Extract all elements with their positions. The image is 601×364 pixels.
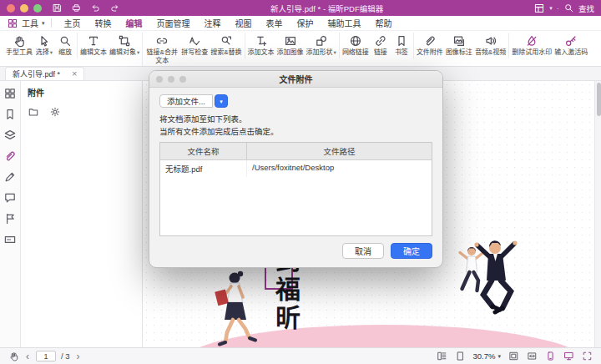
zoom-control[interactable]: 30.7%▾ bbox=[473, 351, 501, 361]
ribbon-button-add-image[interactable]: 添加图像 bbox=[276, 33, 305, 58]
prev-page-button[interactable]: ‹ bbox=[24, 351, 31, 361]
rail-layers-button[interactable] bbox=[3, 128, 18, 143]
ribbon-button-labelrow: 搜索&替换 bbox=[210, 48, 241, 57]
print-icon[interactable] bbox=[71, 3, 82, 13]
ribbon-button-add-shape[interactable]: 添加形状▾ bbox=[306, 33, 337, 58]
ribbon-button-web-link[interactable]: 网络链接 bbox=[341, 33, 370, 58]
next-page-button[interactable]: › bbox=[75, 351, 82, 361]
file-attachment-dialog: 文件附件 添加文件... ▾ 将文档添加至如下列表。 当所有文件添加完成后点击确… bbox=[149, 70, 443, 268]
rail-signature-button[interactable] bbox=[3, 169, 18, 185]
window-close-button[interactable] bbox=[7, 4, 15, 13]
menu-tab-8[interactable]: 保护 bbox=[290, 16, 321, 30]
ribbon-button-remove-watermark[interactable]: 删除试用水印 bbox=[511, 33, 553, 58]
hand-tool-icon[interactable] bbox=[8, 351, 19, 361]
fit-page-icon[interactable] bbox=[508, 351, 519, 361]
dialog-titlebar[interactable]: 文件附件 bbox=[149, 71, 442, 88]
ribbon-button-zoom[interactable]: 缩放 bbox=[55, 33, 75, 58]
rail-page-thumbnails-button[interactable] bbox=[3, 86, 18, 101]
rail-bookmarks-button[interactable] bbox=[3, 107, 18, 122]
open-attachment-icon[interactable] bbox=[28, 106, 39, 118]
ribbon-button-search-replace[interactable]: 搜索&替换 bbox=[210, 33, 242, 58]
zoom-level: 30.7% bbox=[473, 351, 496, 361]
add-file-button[interactable]: 添加文件... bbox=[159, 94, 213, 108]
find-label[interactable]: 查找 bbox=[578, 3, 594, 14]
dialog-zoom-button[interactable] bbox=[179, 76, 186, 83]
window-minimize-button[interactable] bbox=[20, 4, 28, 13]
zoom-caret-icon: ▾ bbox=[497, 353, 501, 360]
undo-icon[interactable] bbox=[90, 3, 101, 13]
menu-tab-4[interactable]: 页面管理 bbox=[150, 16, 197, 30]
titlebar: 新人引导.pdf * - 福昕PDF编辑器 ▾ · 查找 bbox=[0, 0, 601, 16]
menu-tab-7[interactable]: 表单 bbox=[260, 16, 290, 30]
statusbar: ‹ 1 / 3 › 30.7%▾ bbox=[0, 347, 601, 364]
ribbon-button-label: 链接&合并文本 bbox=[145, 48, 179, 64]
page-number-input[interactable]: 1 bbox=[36, 351, 56, 361]
window-zoom-button[interactable] bbox=[33, 4, 42, 13]
search-icon[interactable] bbox=[563, 3, 574, 13]
redo-icon[interactable] bbox=[109, 3, 120, 13]
fullscreen-icon[interactable] bbox=[582, 351, 593, 361]
ribbon-button-add-text[interactable]: 添加文本 bbox=[247, 33, 275, 58]
ribbon-button-link[interactable]: 链接 bbox=[371, 33, 391, 58]
column-header-file-name[interactable]: 文件名称 bbox=[160, 143, 247, 159]
ok-button[interactable]: 确定 bbox=[391, 243, 432, 259]
navigation-rail bbox=[0, 81, 21, 347]
menu-tab-10[interactable]: 帮助 bbox=[369, 16, 399, 30]
add-file-dropdown-button[interactable]: ▾ bbox=[215, 94, 228, 108]
ribbon-button-link-merge-text[interactable]: 链接&合并文本 bbox=[144, 33, 179, 66]
ribbon-button-image-annotation[interactable]: 图像标注 bbox=[445, 33, 473, 58]
layout-icon[interactable] bbox=[533, 3, 545, 14]
ribbon-group: 文件附件图像标注音频&视频 bbox=[413, 33, 508, 58]
ribbon-button-label: 拼写检查 bbox=[181, 48, 208, 57]
ribbon-button-edit-text[interactable]: 编辑文本 bbox=[79, 33, 108, 58]
single-page-icon[interactable] bbox=[455, 351, 466, 361]
ribbon-button-label: 音频&视频 bbox=[475, 48, 506, 57]
fit-width-icon[interactable] bbox=[527, 351, 538, 361]
layout-dropdown-caret-icon[interactable]: ▾ bbox=[549, 5, 553, 12]
rail-form-fields-button[interactable] bbox=[3, 232, 18, 247]
save-icon[interactable] bbox=[52, 3, 63, 13]
dialog-close-button[interactable] bbox=[156, 76, 163, 83]
tools-menu-button[interactable]: 工具 ▾ bbox=[7, 17, 45, 29]
ribbon-button-audio-video[interactable]: 音频&视频 bbox=[474, 33, 507, 58]
link-icon bbox=[374, 34, 387, 48]
menubar: 工具 ▾ 主页转换编辑页面管理注释视图表单保护辅助工具帮助 bbox=[0, 16, 601, 31]
attachment-row[interactable]: 无标题.pdf/Users/foxitnet/Desktop bbox=[160, 160, 432, 177]
ribbon-button-spell-check[interactable]: 拼写检查 bbox=[180, 33, 209, 58]
mobile-view-icon[interactable] bbox=[545, 351, 556, 361]
column-header-file-path[interactable]: 文件路径 bbox=[247, 143, 432, 159]
rail-comments-button[interactable] bbox=[3, 190, 18, 205]
close-tab-icon[interactable]: × bbox=[72, 69, 77, 78]
ribbon-button-hand-tool[interactable]: 手型工具 bbox=[5, 33, 33, 58]
ribbon-button-activation-key[interactable]: 输入激活码 bbox=[553, 33, 588, 58]
ribbon-button-labelrow: 输入激活码 bbox=[554, 48, 588, 57]
cancel-button[interactable]: 取消 bbox=[342, 243, 384, 259]
attachments-panel-toolbar bbox=[28, 106, 135, 118]
ribbon-button-bookmark[interactable]: 书签 bbox=[391, 33, 412, 58]
menu-tab-5[interactable]: 注释 bbox=[198, 16, 228, 30]
presentation-icon[interactable] bbox=[563, 351, 574, 361]
menu-tab-6[interactable]: 视图 bbox=[229, 16, 259, 30]
menu-tab-9[interactable]: 辅助工具 bbox=[321, 16, 368, 30]
menu-tab-2[interactable]: 转换 bbox=[88, 16, 119, 30]
dropdown-caret-icon: ▾ bbox=[220, 99, 223, 104]
menu-tab-1[interactable]: 主页 bbox=[58, 16, 88, 30]
rail-attachments-button[interactable] bbox=[3, 149, 18, 164]
add-shape-icon bbox=[315, 34, 328, 48]
rail-destinations-button[interactable] bbox=[3, 211, 18, 226]
attachment-settings-icon[interactable] bbox=[49, 106, 61, 118]
ribbon-button-labelrow: 选择▾ bbox=[36, 48, 53, 57]
menu-tab-3[interactable]: 编辑 bbox=[119, 16, 149, 30]
scrollbar-thumb[interactable] bbox=[597, 83, 601, 116]
ribbon-group: 删除试用水印输入激活码 bbox=[508, 33, 590, 58]
ribbon-button-select-cursor[interactable]: 选择▾ bbox=[34, 33, 54, 58]
ribbon-toolbar: 手型工具选择▾缩放编辑文本编辑对象▾链接&合并文本拼写检查搜索&替换添加文本添加… bbox=[0, 31, 601, 67]
ribbon-button-file-attachment[interactable]: 文件附件 bbox=[416, 33, 444, 58]
ribbon-button-label: 图像标注 bbox=[446, 48, 472, 57]
dialog-instruction-2: 当所有文件添加完成后点击确定。 bbox=[159, 126, 432, 139]
vertical-scrollbar[interactable] bbox=[594, 81, 601, 347]
document-tab[interactable]: 新人引导.pdf * × bbox=[5, 67, 84, 80]
thumbnail-list-icon[interactable] bbox=[437, 351, 447, 361]
ribbon-button-edit-object[interactable]: 编辑对象▾ bbox=[109, 33, 140, 58]
dialog-minimize-button[interactable] bbox=[168, 76, 174, 83]
